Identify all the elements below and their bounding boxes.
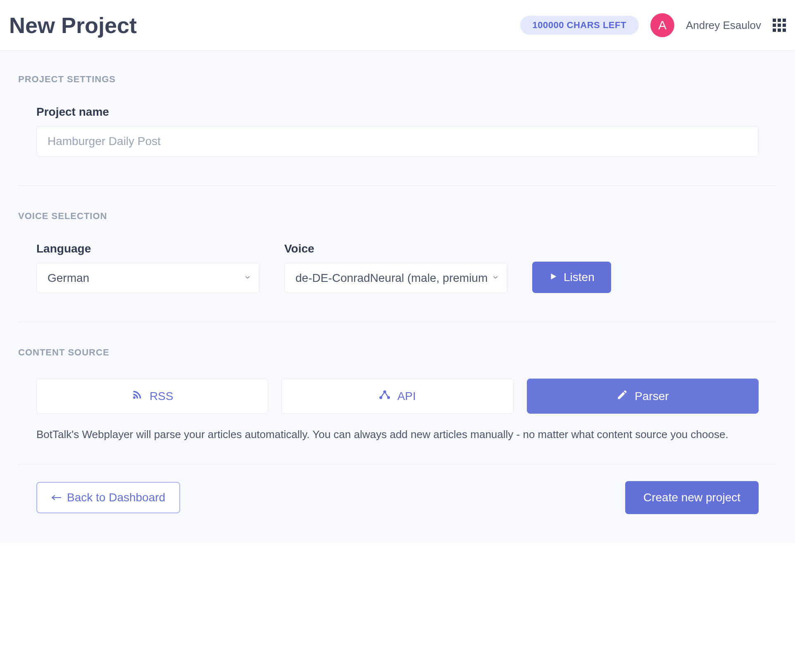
source-rss-button[interactable]: RSS — [36, 379, 268, 414]
listen-button[interactable]: Listen — [532, 262, 611, 293]
app-header: New Project 100000 CHARS LEFT A Andrey E… — [0, 0, 795, 51]
divider — [18, 464, 777, 465]
rss-icon — [131, 389, 143, 403]
svg-point-2 — [380, 397, 382, 399]
header-right: 100000 CHARS LEFT A Andrey Esaulov — [520, 13, 786, 37]
content-source-row: RSS API Parser — [18, 379, 777, 414]
voice-label: Voice — [284, 242, 507, 255]
voice-column: Voice de-DE-ConradNeural (male, premium) — [284, 242, 507, 293]
arrow-left-icon — [51, 491, 62, 504]
voice-select[interactable]: de-DE-ConradNeural (male, premium) — [284, 263, 507, 293]
pencil-icon — [616, 389, 628, 403]
project-name-label: Project name — [36, 105, 759, 119]
source-parser-button[interactable]: Parser — [527, 379, 759, 414]
help-text: BotTalk's Webplayer will parse your arti… — [18, 426, 777, 443]
back-label: Back to Dashboard — [67, 491, 165, 504]
chars-left-badge: 100000 CHARS LEFT — [520, 16, 639, 35]
svg-point-3 — [384, 391, 386, 393]
language-select[interactable]: German — [36, 263, 259, 293]
divider — [18, 322, 777, 322]
source-rss-label: RSS — [150, 390, 174, 403]
language-label: Language — [36, 242, 259, 255]
api-icon — [379, 389, 390, 403]
listen-label: Listen — [564, 271, 595, 284]
section-label-settings: PROJECT SETTINGS — [18, 74, 777, 85]
project-card: PROJECT SETTINGS Project name VOICE SELE… — [8, 51, 787, 527]
content-area: PROJECT SETTINGS Project name VOICE SELE… — [0, 51, 795, 543]
voice-row: Language German Voice de-DE-Co — [18, 242, 777, 293]
language-column: Language German — [36, 242, 259, 293]
create-project-button[interactable]: Create new project — [625, 481, 759, 514]
source-api-button[interactable]: API — [281, 379, 513, 414]
user-name[interactable]: Andrey Esaulov — [686, 19, 761, 32]
section-label-content: CONTENT SOURCE — [18, 347, 777, 358]
svg-marker-0 — [551, 274, 557, 280]
divider — [18, 186, 777, 186]
section-label-voice: VOICE SELECTION — [18, 211, 777, 222]
back-to-dashboard-button[interactable]: Back to Dashboard — [36, 482, 180, 513]
play-icon — [549, 271, 558, 284]
page-title: New Project — [9, 12, 137, 38]
source-api-label: API — [397, 390, 416, 403]
project-name-group: Project name — [18, 105, 777, 157]
apps-grid-icon[interactable] — [773, 19, 786, 32]
svg-point-4 — [388, 397, 390, 399]
source-parser-label: Parser — [635, 390, 669, 403]
project-name-input[interactable] — [36, 126, 759, 157]
avatar[interactable]: A — [650, 13, 674, 37]
footer-row: Back to Dashboard Create new project — [18, 481, 777, 514]
svg-point-1 — [133, 396, 136, 399]
